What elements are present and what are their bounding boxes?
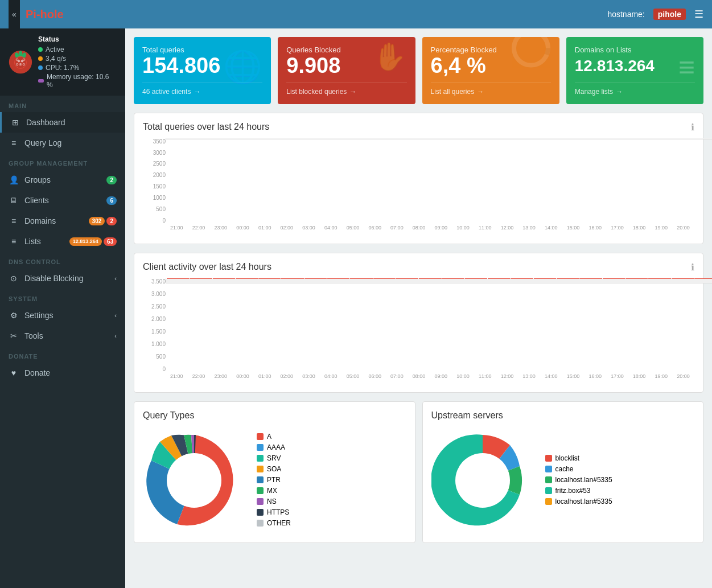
hostname-label: hostname: — [607, 10, 644, 19]
status-active-row: Active — [38, 46, 117, 54]
queries-chart-info[interactable]: ℹ — [691, 122, 694, 133]
sidebar-item-disable-blocking[interactable]: ⊙ Disable Blocking ‹ — [0, 268, 125, 289]
legend-item-localhost2: localhost.lan#5335 — [545, 497, 612, 505]
tools-icon: ✂ — [9, 331, 19, 340]
hostname-value: pihole — [653, 9, 686, 20]
legend-color-mx — [257, 487, 264, 494]
status-active: Active — [46, 46, 64, 54]
lists-badge-count: 12.813.264 — [69, 237, 102, 246]
upstream-donut — [431, 429, 534, 534]
stats-row: Total queries 154.806 🌐 46 active client… — [134, 37, 703, 104]
sidebar-item-groups[interactable]: 👤 Groups 2 — [0, 170, 125, 190]
svg-point-9 — [23, 64, 24, 65]
svg-point-8 — [16, 64, 18, 65]
tools-chevron: ‹ — [114, 332, 117, 339]
status-cpu: CPU: 1.7% — [46, 64, 79, 72]
client-chart-info[interactable]: ℹ — [691, 262, 694, 273]
legend-label-cache: cache — [555, 465, 574, 473]
sidebar-item-settings[interactable]: ⚙ Settings ‹ — [0, 305, 125, 326]
legend-label-ptr: PTR — [267, 476, 281, 484]
queries-chart-area — [166, 138, 712, 139]
sidebar-status: Status Active 3,4 q/s CPU: 1.7% Memory u… — [0, 28, 125, 96]
legend-color-blocklist — [545, 455, 552, 462]
stat-footer-blocked[interactable]: List blocked queries → — [286, 83, 406, 96]
sidebar-collapse-button[interactable]: « — [9, 0, 20, 28]
queries-chart-container: 3500 3000 2500 2000 1500 1000 500 0 21:0… — [143, 138, 694, 235]
legend-item-aaaa: AAAA — [257, 443, 291, 451]
cpu-dot — [38, 65, 43, 70]
sidebar-label-lists: Lists — [24, 237, 69, 246]
sidebar-label-disable-blocking: Disable Blocking — [24, 274, 112, 283]
stat-icon-hand: ✋ — [373, 42, 407, 73]
legend-color-soa — [257, 466, 264, 472]
svg-point-4 — [15, 56, 27, 68]
client-chart-title: Client activity over last 24 hours — [143, 262, 271, 272]
legend-label-localhost2: localhost.lan#5335 — [555, 497, 612, 505]
lists-badge-extra: 63 — [104, 237, 117, 246]
queries-y-labels: 3500 3000 2500 2000 1500 1000 500 0 — [143, 138, 166, 224]
stat-card-total-queries: Total queries 154.806 🌐 46 active client… — [134, 37, 271, 104]
sidebar-item-lists[interactable]: ≡ Lists 12.813.264 63 — [0, 231, 125, 252]
queries-chart-card: Total queries over last 24 hours ℹ 3500 … — [134, 113, 703, 244]
stat-icon-list: ≡ — [678, 51, 695, 84]
sidebar-item-tools[interactable]: ✂ Tools ‹ — [0, 326, 125, 346]
sidebar-label-clients: Clients — [24, 196, 106, 205]
query-log-icon: ≡ — [9, 138, 19, 147]
stat-footer-domains[interactable]: Manage lists → — [575, 83, 695, 96]
stat-card-percentage: Percentage Blocked 6,4 % List all querie… — [422, 37, 559, 104]
legend-color-https — [257, 509, 264, 516]
status-mem-row: Memory usage: 10.6 % — [38, 73, 117, 89]
mem-dot — [38, 79, 44, 83]
client-chart-container: 3.500 3.000 2.500 2.000 1.500 1.000 500 … — [143, 278, 694, 384]
navbar: « Pi-hole hostname: pihole ☰ — [0, 0, 712, 28]
svg-rect-7 — [19, 63, 21, 65]
rate-dot — [38, 56, 43, 61]
stat-footer-percentage[interactable]: List all queries → — [431, 83, 551, 96]
content-area: Total queries 154.806 🌐 46 active client… — [125, 28, 712, 588]
sidebar-item-domains[interactable]: ≡ Domains 302 2 — [0, 211, 125, 231]
stat-icon-pie — [511, 37, 551, 76]
stat-card-queries-blocked: Queries Blocked 9.908 ✋ List blocked que… — [278, 37, 415, 104]
disable-blocking-icon: ⊙ — [9, 274, 19, 283]
stat-title-domains: Domains on Lists — [575, 46, 695, 54]
legend-item-mx: MX — [257, 487, 291, 495]
settings-chevron: ‹ — [114, 312, 117, 319]
legend-label-blocklist: blocklist — [555, 454, 580, 462]
legend-label-ns: NS — [267, 497, 277, 505]
sidebar-label-domains: Domains — [24, 216, 89, 225]
domains-badge-count: 302 — [89, 217, 105, 225]
legend-item-a: A — [257, 433, 291, 441]
sidebar-label-groups: Groups — [24, 175, 106, 184]
menu-icon[interactable]: ☰ — [694, 8, 703, 20]
status-info: Status Active 3,4 q/s CPU: 1.7% Memory u… — [38, 35, 117, 89]
svg-point-2 — [19, 51, 23, 57]
sidebar-item-dashboard[interactable]: ⊞ Dashboard — [0, 112, 125, 133]
client-chart-card: Client activity over last 24 hours ℹ 3.5… — [134, 253, 703, 393]
sidebar-item-query-log[interactable]: ≡ Query Log — [0, 133, 125, 153]
svg-point-14 — [167, 453, 221, 508]
legend-item-srv: SRV — [257, 454, 291, 462]
client-x-labels: 21:0022:0023:0000:0001:0002:0003:0004:00… — [166, 373, 694, 384]
sidebar-item-donate[interactable]: ♥ Donate — [0, 363, 125, 383]
sidebar: Status Active 3,4 q/s CPU: 1.7% Memory u… — [0, 28, 125, 588]
legend-label-a: A — [267, 433, 271, 441]
disable-blocking-chevron: ‹ — [114, 275, 117, 282]
legend-color-other — [257, 520, 264, 527]
legend-color-ptr — [257, 476, 264, 483]
brand-logo: Pi-hole — [26, 8, 607, 21]
navbar-right: hostname: pihole ☰ — [607, 8, 703, 20]
dashboard-icon: ⊞ — [10, 118, 20, 127]
svg-point-15 — [455, 453, 510, 508]
sidebar-item-clients[interactable]: 🖥 Clients 6 — [0, 190, 125, 211]
legend-item-soa: SOA — [257, 465, 291, 473]
stat-footer-total[interactable]: 46 active clients → — [142, 83, 262, 96]
legend-label-srv: SRV — [267, 454, 281, 462]
legend-item-cache: cache — [545, 465, 612, 473]
legend-item-other: OTHER — [257, 519, 291, 527]
legend-item-fritz: fritz.box#53 — [545, 487, 612, 495]
sidebar-label-donate: Donate — [24, 368, 117, 377]
client-chart-header: Client activity over last 24 hours ℹ — [143, 262, 694, 273]
clients-badge: 6 — [106, 196, 117, 205]
section-donate-label: DONATE — [0, 346, 125, 363]
legend-item-ns: NS — [257, 497, 291, 505]
